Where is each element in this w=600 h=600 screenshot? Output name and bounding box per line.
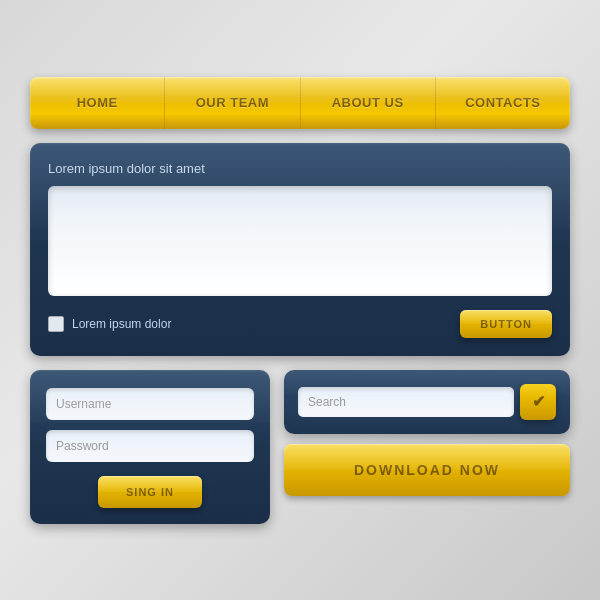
nav-item-our-team[interactable]: OUR TEAM xyxy=(165,77,300,129)
main-panel: Lorem ipsum dolor sit amet Lorem ipsum d… xyxy=(30,143,570,356)
panel-description: Lorem ipsum dolor sit amet xyxy=(48,161,552,176)
text-area[interactable] xyxy=(48,186,552,296)
password-input[interactable] xyxy=(46,430,254,462)
right-panel: ✔ DOWNLOAD NOW xyxy=(284,370,570,524)
nav-item-about-us[interactable]: ABOUT US xyxy=(301,77,436,129)
bottom-row: SING IN ✔ DOWNLOAD NOW xyxy=(30,370,570,524)
navbar: HOME OUR TEAM ABOUT US CONTACTS xyxy=(30,77,570,129)
nav-item-contacts[interactable]: CONTACTS xyxy=(436,77,570,129)
search-input[interactable] xyxy=(298,387,514,417)
nav-item-home[interactable]: HOME xyxy=(30,77,165,129)
panel-footer: Lorem ipsum dolor BUTTON xyxy=(48,310,552,338)
checkmark-icon: ✔ xyxy=(532,392,545,411)
main-button[interactable]: BUTTON xyxy=(460,310,552,338)
page-container: HOME OUR TEAM ABOUT US CONTACTS Lorem ip… xyxy=(30,77,570,524)
download-button[interactable]: DOWNLOAD NOW xyxy=(284,444,570,496)
checkbox[interactable] xyxy=(48,316,64,332)
checkbox-label: Lorem ipsum dolor xyxy=(72,317,171,331)
signin-button[interactable]: SING IN xyxy=(98,476,202,508)
username-input[interactable] xyxy=(46,388,254,420)
login-panel: SING IN xyxy=(30,370,270,524)
search-panel: ✔ xyxy=(284,370,570,434)
checkbox-row: Lorem ipsum dolor xyxy=(48,316,171,332)
search-confirm-button[interactable]: ✔ xyxy=(520,384,556,420)
